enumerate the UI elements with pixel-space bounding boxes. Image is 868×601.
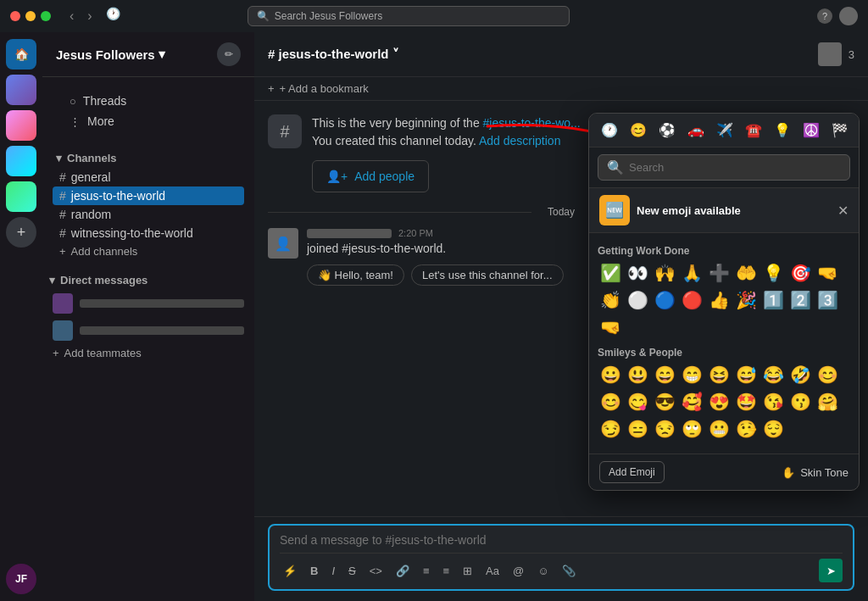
back-button[interactable]: ‹: [66, 7, 77, 25]
add-people-button[interactable]: 👤+ Add people: [312, 160, 429, 192]
code-icon[interactable]: <>: [366, 563, 386, 579]
lightning-icon[interactable]: ⚡: [280, 563, 300, 579]
emoji-cell[interactable]: 1️⃣: [760, 287, 786, 313]
channels-section-header[interactable]: ▾ Channels: [49, 148, 248, 168]
sidebar-item-more[interactable]: ⋮ More: [56, 111, 241, 131]
emoji-cell[interactable]: 😗: [787, 389, 813, 415]
close-traffic-light[interactable]: [10, 11, 20, 21]
emoji-cell[interactable]: 😆: [706, 362, 732, 387]
bold-icon[interactable]: B: [307, 563, 321, 579]
message-input[interactable]: [280, 533, 843, 547]
emoji-cell[interactable]: 😌: [760, 416, 786, 442]
workspace-thumb-4[interactable]: [6, 181, 36, 212]
attachment-icon[interactable]: 📎: [559, 563, 579, 579]
emoji-cell[interactable]: 😏: [598, 416, 623, 442]
emoji-cell[interactable]: 😊: [598, 389, 623, 415]
emoji-cell[interactable]: 3️⃣: [815, 287, 840, 313]
emoji-cell[interactable]: 🤲: [733, 260, 759, 286]
emoji-tab-smileys[interactable]: 😊: [628, 120, 648, 140]
channel-item-jesus-to-the-world[interactable]: # jesus-to-the-world: [53, 186, 244, 205]
emoji-cell[interactable]: 😂: [760, 362, 786, 387]
workspace-thumb-1[interactable]: [6, 75, 36, 105]
channel-item-general[interactable]: # general: [53, 168, 244, 186]
add-emoji-tab-button[interactable]: #️⃣: [859, 121, 860, 140]
emoji-cell[interactable]: 😑: [625, 416, 650, 442]
emoji-cell[interactable]: 🙄: [679, 416, 704, 442]
emoji-cell[interactable]: 👍: [706, 287, 732, 313]
forward-button[interactable]: ›: [84, 7, 95, 25]
emoji-cell[interactable]: 😍: [706, 389, 732, 415]
emoji-cell[interactable]: 🤜: [598, 314, 623, 340]
emoji-tab-ideas[interactable]: 💡: [772, 120, 793, 140]
maximize-traffic-light[interactable]: [41, 11, 51, 21]
emoji-tab-travel[interactable]: 🚗: [686, 120, 706, 140]
emoji-cell[interactable]: 😒: [652, 416, 677, 442]
emoji-banner-close-button[interactable]: ✕: [837, 203, 849, 219]
emoji-cell[interactable]: 😬: [706, 416, 732, 442]
bookmark-bar[interactable]: + + Add a bookmark: [254, 77, 868, 101]
strikethrough-icon[interactable]: S: [345, 563, 359, 579]
emoji-cell[interactable]: 🎯: [787, 260, 813, 286]
channel-link[interactable]: #jesus-to-the-wo...: [483, 116, 581, 130]
emoji-cell[interactable]: 🎉: [733, 287, 759, 313]
workspace-name[interactable]: Jesus Followers ▾: [56, 47, 165, 62]
link-icon[interactable]: 🔗: [392, 563, 413, 579]
emoji-cell[interactable]: 😊: [815, 362, 840, 387]
emoji-tab-objects[interactable]: ✈️: [715, 120, 735, 140]
emoji-cell[interactable]: 🤣: [787, 362, 813, 387]
home-icon[interactable]: 🏠: [6, 39, 36, 70]
emoji-tab-flags[interactable]: 🏁: [830, 120, 850, 140]
emoji-icon[interactable]: ☺: [534, 563, 552, 579]
font-size-icon[interactable]: Aa: [482, 563, 503, 579]
emoji-search-input[interactable]: [629, 161, 841, 174]
quick-reply-channel[interactable]: Let's use this channel for...: [411, 264, 564, 286]
emoji-cell[interactable]: 👏: [598, 287, 623, 313]
emoji-cell[interactable]: 👀: [625, 260, 650, 286]
emoji-cell[interactable]: 🔵: [652, 287, 677, 313]
mention-icon[interactable]: @: [509, 563, 527, 579]
emoji-cell[interactable]: 😘: [760, 389, 786, 415]
emoji-cell[interactable]: 😃: [625, 362, 650, 387]
emoji-cell[interactable]: 😀: [598, 362, 623, 387]
emoji-cell[interactable]: 🙏: [679, 260, 704, 286]
emoji-tab-peace[interactable]: ☮️: [801, 120, 821, 140]
user-avatar[interactable]: JF: [6, 564, 36, 594]
emoji-cell[interactable]: 😁: [679, 362, 704, 387]
emoji-cell[interactable]: 🤜: [815, 260, 840, 286]
emoji-cell[interactable]: 🤥: [733, 416, 759, 442]
workspace-edit-button[interactable]: ✏: [217, 42, 241, 66]
add-emoji-button[interactable]: Add Emoji: [599, 461, 665, 483]
emoji-tab-activities[interactable]: ⚽: [657, 120, 677, 140]
dm-item-2[interactable]: [46, 317, 251, 344]
help-button[interactable]: ?: [817, 8, 832, 24]
emoji-cell[interactable]: 💡: [760, 260, 786, 286]
workspace-thumb-2[interactable]: [6, 110, 36, 141]
add-teammates-button[interactable]: + Add teammates: [46, 344, 251, 362]
ordered-list-icon[interactable]: ≡: [420, 563, 433, 579]
emoji-cell[interactable]: 😅: [733, 362, 759, 387]
indent-icon[interactable]: ⊞: [459, 563, 476, 579]
add-workspace-button[interactable]: +: [6, 217, 36, 248]
channel-item-witnessing[interactable]: # witnessing-to-the-world: [53, 224, 244, 242]
emoji-cell[interactable]: ⚪: [625, 287, 650, 313]
minimize-traffic-light[interactable]: [25, 11, 36, 21]
workspace-thumb-3[interactable]: [6, 146, 36, 176]
emoji-cell[interactable]: 😎: [652, 389, 677, 415]
emoji-cell[interactable]: 🙌: [652, 260, 677, 286]
emoji-tab-recent[interactable]: 🕐: [599, 120, 620, 140]
emoji-cell[interactable]: 🤩: [733, 389, 759, 415]
sidebar-item-threads[interactable]: ○ Threads: [56, 91, 241, 111]
add-description-link[interactable]: Add description: [479, 134, 561, 147]
skin-tone-button[interactable]: ✋ Skin Tone: [782, 466, 849, 479]
add-channel-button[interactable]: + Add channels: [53, 242, 244, 260]
italic-icon[interactable]: I: [328, 563, 338, 579]
emoji-cell[interactable]: 🥰: [679, 389, 704, 415]
emoji-cell[interactable]: 🔴: [679, 287, 704, 313]
emoji-cell[interactable]: 2️⃣: [787, 287, 813, 313]
emoji-cell[interactable]: 🤗: [815, 389, 840, 415]
emoji-tab-symbols[interactable]: ☎️: [743, 120, 764, 140]
dm-item-1[interactable]: [46, 290, 251, 317]
emoji-cell[interactable]: ✅: [598, 260, 623, 286]
send-button[interactable]: ➤: [819, 559, 843, 582]
emoji-cell[interactable]: 😄: [652, 362, 677, 387]
